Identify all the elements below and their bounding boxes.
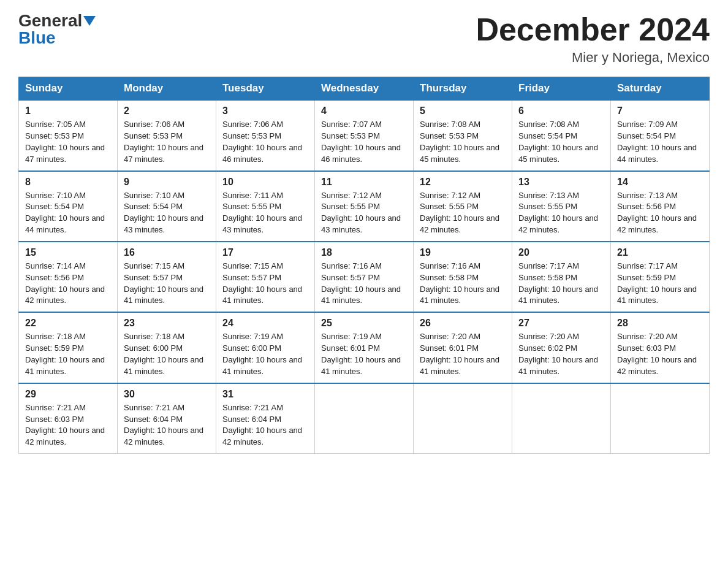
- day-number: 8: [25, 177, 111, 188]
- calendar-cell: 11Sunrise: 7:12 AMSunset: 5:55 PMDayligh…: [315, 171, 414, 242]
- day-info: Sunrise: 7:17 AMSunset: 5:58 PMDaylight:…: [518, 261, 598, 305]
- day-info: Sunrise: 7:06 AMSunset: 5:53 PMDaylight:…: [124, 120, 203, 164]
- location-title: Mier y Noriega, Mexico: [476, 50, 710, 66]
- day-number: 20: [518, 247, 604, 258]
- calendar-cell: 14Sunrise: 7:13 AMSunset: 5:56 PMDayligh…: [611, 171, 710, 242]
- day-info: Sunrise: 7:20 AMSunset: 6:02 PMDaylight:…: [518, 332, 598, 376]
- calendar-cell: 28Sunrise: 7:20 AMSunset: 6:03 PMDayligh…: [611, 312, 710, 383]
- day-number: 25: [321, 318, 407, 329]
- day-info: Sunrise: 7:12 AMSunset: 5:55 PMDaylight:…: [420, 191, 499, 235]
- day-info: Sunrise: 7:17 AMSunset: 5:59 PMDaylight:…: [617, 261, 697, 305]
- day-number: 12: [420, 177, 506, 188]
- day-info: Sunrise: 7:21 AMSunset: 6:04 PMDaylight:…: [124, 403, 203, 447]
- weekday-header-row: Sunday Monday Tuesday Wednesday Thursday…: [19, 77, 710, 101]
- day-info: Sunrise: 7:15 AMSunset: 5:57 PMDaylight:…: [124, 261, 203, 305]
- calendar-cell: 10Sunrise: 7:11 AMSunset: 5:55 PMDayligh…: [216, 171, 315, 242]
- calendar-cell: [414, 383, 512, 454]
- page-header: General Blue December 2024 Mier y Norieg…: [18, 12, 710, 66]
- day-info: Sunrise: 7:12 AMSunset: 5:55 PMDaylight:…: [321, 191, 401, 235]
- day-info: Sunrise: 7:08 AMSunset: 5:54 PMDaylight:…: [518, 120, 598, 164]
- calendar-cell: [315, 383, 414, 454]
- day-number: 22: [25, 318, 111, 329]
- day-number: 1: [25, 105, 111, 117]
- day-info: Sunrise: 7:19 AMSunset: 6:01 PMDaylight:…: [321, 332, 401, 376]
- calendar-cell: 31Sunrise: 7:21 AMSunset: 6:04 PMDayligh…: [216, 383, 315, 454]
- header-friday: Friday: [512, 77, 611, 101]
- day-number: 15: [25, 247, 111, 258]
- day-number: 30: [124, 389, 210, 400]
- calendar-cell: 30Sunrise: 7:21 AMSunset: 6:04 PMDayligh…: [118, 383, 216, 454]
- calendar-cell: 12Sunrise: 7:12 AMSunset: 5:55 PMDayligh…: [414, 171, 512, 242]
- day-number: 18: [321, 247, 407, 258]
- calendar-cell: 26Sunrise: 7:20 AMSunset: 6:01 PMDayligh…: [414, 312, 512, 383]
- day-number: 19: [420, 247, 506, 258]
- day-info: Sunrise: 7:21 AMSunset: 6:03 PMDaylight:…: [25, 403, 105, 447]
- day-info: Sunrise: 7:10 AMSunset: 5:54 PMDaylight:…: [25, 191, 105, 235]
- day-number: 5: [420, 105, 506, 117]
- calendar-cell: 13Sunrise: 7:13 AMSunset: 5:55 PMDayligh…: [512, 171, 611, 242]
- calendar-cell: 23Sunrise: 7:18 AMSunset: 6:00 PMDayligh…: [118, 312, 216, 383]
- day-number: 31: [222, 389, 308, 400]
- calendar-table: Sunday Monday Tuesday Wednesday Thursday…: [18, 77, 710, 454]
- day-number: 27: [518, 318, 604, 329]
- calendar-cell: 4Sunrise: 7:07 AMSunset: 5:53 PMDaylight…: [315, 100, 414, 170]
- calendar-cell: [611, 383, 710, 454]
- calendar-cell: 2Sunrise: 7:06 AMSunset: 5:53 PMDaylight…: [118, 100, 216, 170]
- day-number: 9: [124, 177, 210, 188]
- calendar-cell: 21Sunrise: 7:17 AMSunset: 5:59 PMDayligh…: [611, 242, 710, 312]
- day-number: 10: [222, 177, 308, 188]
- calendar-cell: 1Sunrise: 7:05 AMSunset: 5:53 PMDaylight…: [19, 100, 118, 170]
- day-info: Sunrise: 7:20 AMSunset: 6:03 PMDaylight:…: [617, 332, 697, 376]
- calendar-cell: 3Sunrise: 7:06 AMSunset: 5:53 PMDaylight…: [216, 100, 315, 170]
- title-area: December 2024 Mier y Noriega, Mexico: [476, 12, 710, 66]
- calendar-cell: 29Sunrise: 7:21 AMSunset: 6:03 PMDayligh…: [19, 383, 118, 454]
- header-saturday: Saturday: [611, 77, 710, 101]
- header-monday: Monday: [118, 77, 216, 101]
- calendar-cell: 9Sunrise: 7:10 AMSunset: 5:54 PMDaylight…: [118, 171, 216, 242]
- day-number: 4: [321, 105, 407, 117]
- calendar-cell: 22Sunrise: 7:18 AMSunset: 5:59 PMDayligh…: [19, 312, 118, 383]
- day-info: Sunrise: 7:09 AMSunset: 5:54 PMDaylight:…: [617, 120, 697, 164]
- day-info: Sunrise: 7:21 AMSunset: 6:04 PMDaylight:…: [222, 403, 302, 447]
- week-row-4: 22Sunrise: 7:18 AMSunset: 5:59 PMDayligh…: [19, 312, 710, 383]
- header-tuesday: Tuesday: [216, 77, 315, 101]
- day-info: Sunrise: 7:13 AMSunset: 5:55 PMDaylight:…: [518, 191, 598, 235]
- day-info: Sunrise: 7:14 AMSunset: 5:56 PMDaylight:…: [25, 261, 105, 305]
- logo: General Blue: [18, 12, 96, 47]
- day-number: 11: [321, 177, 407, 188]
- day-number: 17: [222, 247, 308, 258]
- day-number: 3: [222, 105, 308, 117]
- calendar-cell: 6Sunrise: 7:08 AMSunset: 5:54 PMDaylight…: [512, 100, 611, 170]
- day-number: 26: [420, 318, 506, 329]
- day-info: Sunrise: 7:15 AMSunset: 5:57 PMDaylight:…: [222, 261, 302, 305]
- day-number: 7: [617, 105, 703, 117]
- header-thursday: Thursday: [414, 77, 512, 101]
- month-title: December 2024: [476, 12, 710, 47]
- calendar-cell: 7Sunrise: 7:09 AMSunset: 5:54 PMDaylight…: [611, 100, 710, 170]
- day-info: Sunrise: 7:07 AMSunset: 5:53 PMDaylight:…: [321, 120, 401, 164]
- day-number: 14: [617, 177, 703, 188]
- calendar-cell: [512, 383, 611, 454]
- calendar-cell: 5Sunrise: 7:08 AMSunset: 5:53 PMDaylight…: [414, 100, 512, 170]
- calendar-cell: 24Sunrise: 7:19 AMSunset: 6:00 PMDayligh…: [216, 312, 315, 383]
- day-info: Sunrise: 7:10 AMSunset: 5:54 PMDaylight:…: [124, 191, 203, 235]
- week-row-1: 1Sunrise: 7:05 AMSunset: 5:53 PMDaylight…: [19, 100, 710, 170]
- day-info: Sunrise: 7:18 AMSunset: 5:59 PMDaylight:…: [25, 332, 105, 376]
- day-number: 16: [124, 247, 210, 258]
- day-info: Sunrise: 7:18 AMSunset: 6:00 PMDaylight:…: [124, 332, 203, 376]
- day-info: Sunrise: 7:20 AMSunset: 6:01 PMDaylight:…: [420, 332, 499, 376]
- day-number: 29: [25, 389, 111, 400]
- header-sunday: Sunday: [19, 77, 118, 101]
- day-number: 13: [518, 177, 604, 188]
- logo-general-text: General: [18, 12, 82, 29]
- logo-triangle-icon: [83, 16, 96, 26]
- calendar-body: 1Sunrise: 7:05 AMSunset: 5:53 PMDaylight…: [19, 100, 710, 453]
- week-row-3: 15Sunrise: 7:14 AMSunset: 5:56 PMDayligh…: [19, 242, 710, 312]
- day-info: Sunrise: 7:06 AMSunset: 5:53 PMDaylight:…: [222, 120, 302, 164]
- logo-blue-text: Blue: [18, 29, 56, 47]
- day-info: Sunrise: 7:19 AMSunset: 6:00 PMDaylight:…: [222, 332, 302, 376]
- calendar-cell: 19Sunrise: 7:16 AMSunset: 5:58 PMDayligh…: [414, 242, 512, 312]
- day-number: 24: [222, 318, 308, 329]
- day-info: Sunrise: 7:13 AMSunset: 5:56 PMDaylight:…: [617, 191, 697, 235]
- calendar-cell: 20Sunrise: 7:17 AMSunset: 5:58 PMDayligh…: [512, 242, 611, 312]
